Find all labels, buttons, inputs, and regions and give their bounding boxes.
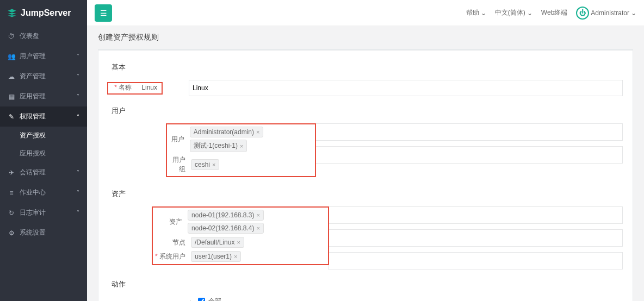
toggle-sidebar-button[interactable]: ☰ <box>95 4 112 22</box>
section-basic: 基本 <box>108 62 623 72</box>
remove-icon[interactable]: × <box>256 129 259 135</box>
remove-icon[interactable]: × <box>234 253 237 260</box>
sidebar-item-资产管理[interactable]: ☁资产管理˅ <box>0 66 87 86</box>
chevron-down-icon: ⌄ <box>631 9 636 17</box>
user-tag[interactable]: 测试-1(ceshi-1)× <box>190 140 247 152</box>
asset-tag[interactable]: node-01(192.168.8.3)× <box>188 210 264 221</box>
sidebar-item-用户管理[interactable]: 👥用户管理˅ <box>0 46 87 66</box>
sidebar-sub-资产授权[interactable]: 资产授权 <box>0 127 87 145</box>
name-input-wrap <box>189 80 623 96</box>
perm-all-checkbox[interactable] <box>198 298 205 301</box>
perm-all-label: 全部 <box>208 297 221 301</box>
usergroup-tag[interactable]: ceshi× <box>191 159 219 170</box>
nav-icon: ▦ <box>8 93 15 101</box>
hamburger-icon: ☰ <box>100 9 107 17</box>
label-sysuser: 系统用户 <box>155 252 191 261</box>
section-action: 动作 <box>108 279 623 289</box>
topbar: ☰ 帮助 ⌄ 中文(简体) ⌄ Web终端 ⏻ Administrator ⌄ <box>87 0 644 26</box>
form-panel: 基本 名称 Linux 用户 用户 Administrator(admin)×测… <box>98 49 633 301</box>
nav-icon: ↻ <box>8 209 15 217</box>
chevron-icon: ˅ <box>77 73 79 79</box>
sidebar-item-仪表盘[interactable]: ⏱仪表盘 <box>0 26 87 46</box>
sidebar-item-权限管理[interactable]: ✎权限管理˄ <box>0 106 87 127</box>
label-usergroup: 用户组 <box>169 155 191 174</box>
sidebar-sub-应用授权[interactable]: 应用授权 <box>0 145 87 162</box>
chevron-down-icon: ⌄ <box>481 9 486 17</box>
remove-icon[interactable]: × <box>237 239 240 246</box>
remove-icon[interactable]: × <box>240 143 243 149</box>
chevron-icon: ˅ <box>77 170 79 175</box>
chevron-down-icon: ⌄ <box>527 9 532 17</box>
main: ☰ 帮助 ⌄ 中文(简体) ⌄ Web终端 ⏻ Administrator ⌄ … <box>87 0 644 301</box>
name-input[interactable] <box>193 82 619 94</box>
nav-list: ⏱仪表盘👥用户管理˅☁资产管理˅▦应用管理˅✎权限管理˄资产授权应用授权✈会话管… <box>0 26 87 243</box>
label-name: 名称 <box>108 83 137 92</box>
name-value-preview: Linux <box>137 84 162 91</box>
user-menu[interactable]: ⏻ Administrator ⌄ <box>576 7 636 20</box>
power-icon: ⏻ <box>576 7 589 20</box>
sidebar-item-日志审计[interactable]: ↻日志审计˅ <box>0 203 87 223</box>
chevron-icon: ˅ <box>77 210 79 216</box>
node-select[interactable] <box>328 229 623 247</box>
lang-link[interactable]: 中文(简体) ⌄ <box>495 8 532 17</box>
remove-icon[interactable]: × <box>257 225 260 231</box>
nav-icon: ✎ <box>8 113 15 121</box>
sidebar-item-会话管理[interactable]: ✈会话管理˅ <box>0 162 87 183</box>
section-user: 用户 <box>108 106 623 116</box>
nav-icon: ⏱ <box>8 33 15 40</box>
sidebar-item-系统设置[interactable]: ⚙系统设置 <box>0 223 87 243</box>
expand-icon[interactable]: ▸ <box>190 298 193 301</box>
remove-icon[interactable]: × <box>212 161 215 168</box>
logo-icon <box>7 8 17 18</box>
user-select[interactable] <box>315 123 623 141</box>
user-tag[interactable]: Administrator(admin)× <box>190 127 264 137</box>
label-user: 用户 <box>169 135 190 144</box>
chevron-icon: ˄ <box>77 114 79 120</box>
chevron-icon: ˅ <box>77 190 79 196</box>
webterm-link[interactable]: Web终端 <box>541 8 567 17</box>
node-tag[interactable]: /Default/Linux× <box>191 237 244 248</box>
asset-tag[interactable]: node-02(192.168.8.4)× <box>188 223 264 234</box>
sidebar-item-作业中心[interactable]: ≡作业中心˅ <box>0 183 87 203</box>
nav-icon: ≡ <box>8 189 15 197</box>
page-title: 创建资产授权规则 <box>87 26 644 49</box>
sidebar: JumpServer ⏱仪表盘👥用户管理˅☁资产管理˅▦应用管理˅✎权限管理˄资… <box>0 0 87 301</box>
remove-icon[interactable]: × <box>257 212 260 218</box>
sysuser-tag[interactable]: user1(user1)× <box>191 251 241 262</box>
section-asset: 资产 <box>108 189 623 199</box>
nav-icon: ✈ <box>8 169 15 177</box>
nav-icon: ⚙ <box>8 229 15 237</box>
help-link[interactable]: 帮助 ⌄ <box>466 8 486 17</box>
logo[interactable]: JumpServer <box>0 0 87 26</box>
sidebar-item-应用管理[interactable]: ▦应用管理˅ <box>0 86 87 106</box>
chevron-icon: ˅ <box>77 93 79 99</box>
label-asset: 资产 <box>155 217 188 227</box>
brand-text: JumpServer <box>21 8 71 18</box>
chevron-icon: ˅ <box>77 53 79 59</box>
sysuser-select[interactable] <box>328 252 623 269</box>
label-node: 节点 <box>155 238 191 247</box>
nav-icon: 👥 <box>8 53 15 60</box>
nav-icon: ☁ <box>8 73 15 80</box>
asset-select[interactable] <box>328 206 623 224</box>
usergroup-select[interactable] <box>315 146 623 164</box>
